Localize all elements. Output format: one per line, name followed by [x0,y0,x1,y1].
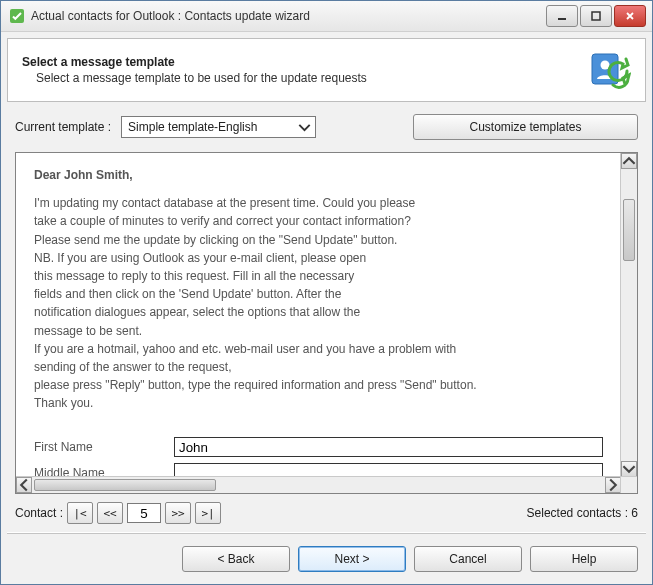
template-select-value: Simple template-English [128,120,257,134]
vertical-scrollbar[interactable] [620,153,637,477]
pager-index-input[interactable] [127,503,161,523]
back-button[interactable]: < Back [182,546,290,572]
contact-pager-label: Contact : [15,506,63,520]
preview-body-line: please press "Reply" button, type the re… [34,377,603,393]
pager-prev-button[interactable]: << [97,502,123,524]
header-text: Select a message template Select a messa… [22,55,589,85]
message-preview: Dear John Smith, I'm updating my contact… [15,152,638,494]
preview-greeting: Dear John Smith, [34,167,603,183]
svg-rect-2 [592,12,600,20]
wizard-footer: < Back Next > Cancel Help [1,534,652,584]
svg-rect-1 [558,18,566,20]
preview-body-line: sending of the answer to the request, [34,359,603,375]
preview-body-line: this message to reply to this request. F… [34,268,603,284]
scroll-down-icon[interactable] [621,461,637,477]
preview-form-row: First Name [34,437,603,457]
preview-body-line: message to be sent. [34,323,603,339]
maximize-button[interactable] [580,5,612,27]
minimize-button[interactable] [546,5,578,27]
preview-body: I'm updating my contact database at the … [34,195,603,411]
scroll-thumb-vertical[interactable] [623,199,635,261]
preview-body-line: NB. If you are using Outlook as your e-m… [34,250,603,266]
selected-contacts-label: Selected contacts : 6 [527,506,638,520]
chevron-down-icon [298,121,311,134]
preview-body-line: Please send me the update by clicking on… [34,232,603,248]
template-row: Current template : Simple template-Engli… [1,102,652,146]
help-button[interactable]: Help [530,546,638,572]
pager-row: Contact : |< << >> >| Selected contacts … [1,494,652,532]
pager-last-button[interactable]: >| [195,502,221,524]
header-subtitle: Select a message template to be used for… [36,71,589,85]
close-button[interactable] [614,5,646,27]
preview-field-label: First Name [34,439,174,455]
preview-body-line: If you are a hotmail, yahoo and etc. web… [34,341,603,357]
scroll-corner [620,476,637,493]
preview-field-input[interactable] [174,437,603,457]
header-title: Select a message template [22,55,589,69]
preview-form: First NameMiddle NameLast NameMobile [34,437,603,477]
preview-body-line: fields and then click on the 'Send Updat… [34,286,603,302]
window-controls [546,5,646,27]
preview-body-line: notification dialogues appear, select th… [34,304,603,320]
next-button[interactable]: Next > [298,546,406,572]
template-select[interactable]: Simple template-English [121,116,316,138]
window-title: Actual contacts for Outlook : Contacts u… [31,9,546,23]
horizontal-scrollbar[interactable] [16,476,621,493]
scroll-left-icon[interactable] [16,477,32,493]
customize-templates-button[interactable]: Customize templates [413,114,638,140]
preview-content: Dear John Smith, I'm updating my contact… [16,153,621,477]
scroll-up-icon[interactable] [621,153,637,169]
current-template-label: Current template : [15,120,111,134]
preview-wrap: Dear John Smith, I'm updating my contact… [15,152,638,494]
preview-field-input[interactable] [174,463,603,477]
cancel-button[interactable]: Cancel [414,546,522,572]
preview-body-line: I'm updating my contact database at the … [34,195,603,211]
wizard-window: Actual contacts for Outlook : Contacts u… [0,0,653,585]
preview-body-line: Thank you. [34,395,603,411]
pager-first-button[interactable]: |< [67,502,93,524]
wizard-header: Select a message template Select a messa… [7,38,646,102]
app-icon [9,8,25,24]
preview-body-line: take a couple of minutes to verify and c… [34,213,603,229]
contacts-refresh-icon [589,49,631,91]
preview-form-row: Middle Name [34,463,603,477]
titlebar: Actual contacts for Outlook : Contacts u… [1,1,652,32]
scroll-thumb-horizontal[interactable] [34,479,216,491]
pager-next-button[interactable]: >> [165,502,191,524]
scroll-right-icon[interactable] [605,477,621,493]
